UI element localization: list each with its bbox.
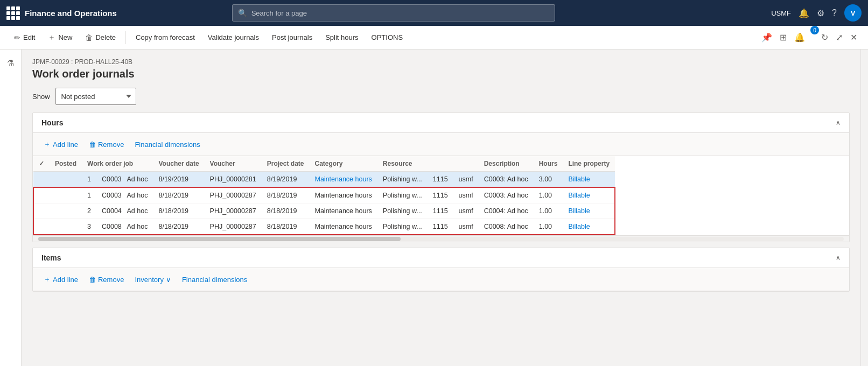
bell-icon[interactable]: 🔔	[792, 30, 807, 45]
validate-journals-button[interactable]: Validate journals	[202, 29, 264, 46]
new-button[interactable]: ＋ New	[43, 29, 78, 46]
col-category: Category	[309, 156, 377, 172]
items-toolbar: ＋ Add line 🗑 Remove Inventory ∨ Financia…	[33, 268, 849, 291]
page-scrollbar[interactable]	[860, 50, 868, 366]
row-checkbox[interactable]	[33, 172, 50, 188]
breadcrumb: JPMF-00029 : PROD-HALL25-40B	[32, 58, 850, 66]
col-description: Description	[479, 156, 534, 172]
search-input[interactable]	[251, 9, 549, 17]
items-section: Items ∧ ＋ Add line 🗑 Remove Inventory ∨ …	[32, 248, 850, 292]
hours-table-body: 1C0003 Ad hoc8/19/2019PHJ_000002818/19/2…	[33, 172, 615, 235]
post-journals-button[interactable]: Post journals	[267, 29, 318, 46]
hours-section-title: Hours	[41, 118, 63, 127]
col-posted: Posted	[50, 156, 82, 172]
popout-icon[interactable]: ⤢	[834, 30, 845, 45]
chevron-down-icon: ∨	[166, 276, 171, 284]
category-link: Maintenance hours	[309, 203, 377, 219]
page-title: Work order journals	[32, 68, 850, 80]
edit-icon: ✏	[14, 33, 20, 42]
split-hours-button[interactable]: Split hours	[320, 29, 363, 46]
close-icon[interactable]: ✕	[848, 30, 859, 45]
copy-from-forecast-button[interactable]: Copy from forecast	[130, 29, 200, 46]
hours-table-wrapper: ✓ Posted Work order job Voucher date Vou…	[33, 156, 849, 235]
scroll-thumb	[38, 237, 401, 241]
items-collapse-icon[interactable]: ∧	[836, 254, 841, 262]
filter-row: Show Not posted Posted All	[32, 88, 850, 105]
hours-table-header: ✓ Posted Work order job Voucher date Vou…	[33, 156, 615, 172]
refresh-icon[interactable]: ↻	[819, 30, 830, 45]
nav-right: USMF 🔔 ⚙ ? V	[771, 4, 862, 22]
app-menu-icon[interactable]	[6, 6, 19, 19]
help-icon[interactable]: ?	[832, 8, 837, 18]
table-row[interactable]: 3C0008 Ad hoc8/18/2019PHJ_000002878/18/2…	[33, 219, 615, 235]
col-work-order-job: Work order job	[82, 156, 153, 172]
hours-collapse-icon[interactable]: ∧	[836, 119, 841, 126]
col-voucher-date: Voucher date	[153, 156, 204, 172]
new-icon: ＋	[48, 33, 55, 43]
command-bar: ✏ Edit ＋ New 🗑 Delete Copy from forecast…	[0, 26, 868, 50]
show-filter-select[interactable]: Not posted Posted All	[55, 88, 136, 105]
col-resource: Resource	[377, 156, 479, 172]
options-button[interactable]: OPTIONS	[366, 29, 409, 46]
notification-icon[interactable]: 🔔	[799, 8, 809, 18]
items-section-title: Items	[41, 254, 61, 262]
items-financial-dimensions-button[interactable]: Financial dimensions	[178, 273, 251, 286]
col-voucher: Voucher	[205, 156, 262, 172]
search-icon: 🔍	[238, 9, 247, 17]
notifications-wrap: 🔔 0	[792, 30, 816, 45]
office-icon[interactable]: ⊞	[778, 30, 789, 45]
delete-button[interactable]: 🗑 Delete	[80, 29, 121, 46]
settings-icon[interactable]: ⚙	[817, 8, 824, 18]
main-content: ⚗ JPMF-00029 : PROD-HALL25-40B Work orde…	[0, 50, 868, 366]
avatar[interactable]: V	[844, 4, 862, 22]
col-check: ✓	[33, 156, 50, 172]
table-row[interactable]: 2C0004 Ad hoc8/18/2019PHJ_000002878/18/2…	[33, 203, 615, 219]
hours-section: Hours ∧ ＋ Add line 🗑 Remove Financial di…	[32, 112, 850, 242]
add-icon: ＋	[44, 139, 51, 149]
hours-remove-button[interactable]: 🗑 Remove	[85, 138, 128, 151]
scroll-track	[38, 237, 844, 241]
remove-icon: 🗑	[89, 276, 96, 284]
filter-label: Show	[32, 93, 50, 101]
items-section-header: Items ∧	[33, 248, 849, 268]
col-project-date: Project date	[262, 156, 310, 172]
hours-section-header: Hours ∧	[33, 113, 849, 133]
hours-toolbar: ＋ Add line 🗑 Remove Financial dimensions	[33, 133, 849, 156]
hours-add-line-button[interactable]: ＋ Add line	[39, 137, 82, 151]
items-add-line-button[interactable]: ＋ Add line	[39, 272, 82, 286]
col-line-property: Line property	[563, 156, 615, 172]
search-bar[interactable]: 🔍	[232, 4, 555, 22]
notification-badge: 0	[810, 26, 819, 34]
hours-table: ✓ Posted Work order job Voucher date Vou…	[33, 156, 849, 235]
page-area: JPMF-00029 : PROD-HALL25-40B Work order …	[22, 50, 860, 366]
pin-icon[interactable]: 📌	[759, 30, 774, 45]
add-icon: ＋	[44, 274, 51, 284]
remove-icon: 🗑	[89, 140, 96, 149]
company-code: USMF	[771, 9, 791, 17]
separator-1	[125, 31, 126, 44]
category-link: Maintenance hours	[309, 219, 377, 235]
top-nav: Finance and Operations 🔍 USMF 🔔 ⚙ ? V	[0, 0, 868, 26]
category-link[interactable]: Maintenance hours	[309, 172, 377, 188]
hours-scroll-bar[interactable]	[33, 235, 849, 242]
col-hours: Hours	[534, 156, 563, 172]
items-inventory-button[interactable]: Inventory ∨	[130, 273, 175, 286]
row-checkbox[interactable]	[33, 219, 50, 235]
items-remove-button[interactable]: 🗑 Remove	[85, 273, 128, 286]
row-checkbox[interactable]	[33, 187, 50, 203]
table-row[interactable]: 1C0003 Ad hoc8/18/2019PHJ_000002878/18/2…	[33, 187, 615, 203]
command-bar-right: 📌 ⊞ 🔔 0 ↻ ⤢ ✕	[759, 30, 859, 45]
delete-icon: 🗑	[85, 33, 93, 42]
filter-icon[interactable]: ⚗	[4, 55, 17, 71]
edit-button[interactable]: ✏ Edit	[9, 29, 40, 46]
hours-financial-dimensions-button[interactable]: Financial dimensions	[130, 138, 204, 151]
sidebar-left: ⚗	[0, 50, 22, 366]
row-checkbox[interactable]	[33, 203, 50, 219]
category-link: Maintenance hours	[309, 187, 377, 203]
app-title: Finance and Operations	[25, 9, 117, 18]
table-row[interactable]: 1C0003 Ad hoc8/19/2019PHJ_000002818/19/2…	[33, 172, 615, 188]
